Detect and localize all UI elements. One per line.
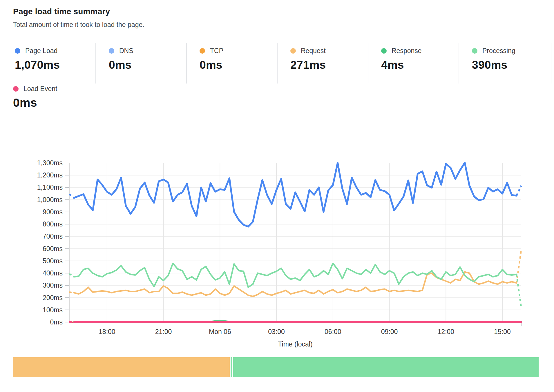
- svg-text:21:00: 21:00: [155, 328, 172, 335]
- metric-label: Request: [301, 47, 326, 55]
- metric-summary-item[interactable]: Response 4ms: [368, 43, 459, 84]
- metric-value: 1,070ms: [15, 59, 95, 71]
- status-segment-degraded[interactable]: [13, 357, 230, 377]
- svg-text:12:00: 12:00: [438, 328, 455, 335]
- svg-text:Mon 06: Mon 06: [209, 328, 231, 335]
- svg-text:03:00: 03:00: [268, 328, 285, 335]
- metric-summary-item[interactable]: DNS 0ms: [96, 43, 187, 84]
- legend-dot-icon: [381, 48, 387, 54]
- metric-value: 0ms: [200, 59, 277, 71]
- svg-text:06:00: 06:00: [325, 328, 341, 335]
- legend-dot-icon: [200, 48, 205, 54]
- svg-text:18:00: 18:00: [99, 328, 115, 335]
- metric-value: 0ms: [13, 96, 57, 110]
- metric-summary-row: Page Load 1,070ms DNS 0ms TCP 0ms Reques…: [13, 43, 551, 84]
- svg-text:600ms: 600ms: [43, 245, 63, 253]
- metric-value: 4ms: [381, 59, 459, 71]
- svg-text:300ms: 300ms: [43, 282, 63, 289]
- svg-text:700ms: 700ms: [43, 233, 63, 240]
- page-subtitle: Total amount of time it took to load the…: [13, 21, 144, 29]
- svg-text:1,100ms: 1,100ms: [37, 184, 63, 191]
- status-segment-passing[interactable]: [233, 357, 539, 377]
- svg-text:500ms: 500ms: [43, 257, 63, 265]
- svg-text:Time (local): Time (local): [278, 340, 312, 348]
- metric-value: 0ms: [109, 59, 186, 71]
- svg-text:0ms: 0ms: [50, 318, 63, 326]
- legend-dot-icon: [472, 48, 477, 54]
- svg-text:15:00: 15:00: [494, 328, 511, 335]
- metric-label: Processing: [482, 47, 515, 55]
- metric-label: Page Load: [25, 47, 57, 55]
- metric-summary-item[interactable]: Request 271ms: [278, 43, 368, 84]
- check-status-timeline-bar: [13, 357, 539, 377]
- metric-label: Load Event: [23, 85, 57, 93]
- svg-text:1,300ms: 1,300ms: [37, 159, 63, 167]
- metric-load-event[interactable]: Load Event 0ms: [13, 85, 57, 110]
- metric-value: 271ms: [290, 59, 368, 71]
- page-title: Page load time summary: [13, 7, 110, 16]
- metric-value: 390ms: [472, 59, 551, 71]
- svg-text:100ms: 100ms: [43, 306, 63, 314]
- svg-text:900ms: 900ms: [43, 208, 63, 216]
- legend-dot-icon: [109, 48, 114, 54]
- metric-label: Response: [392, 47, 422, 55]
- svg-text:800ms: 800ms: [43, 220, 63, 228]
- metric-summary-item[interactable]: Processing 390ms: [459, 43, 551, 84]
- legend-dot-icon: [15, 48, 20, 54]
- svg-text:400ms: 400ms: [43, 269, 63, 277]
- svg-text:200ms: 200ms: [43, 294, 63, 302]
- legend-dot-icon: [290, 48, 296, 54]
- svg-text:1,000ms: 1,000ms: [37, 196, 63, 204]
- metric-label: TCP: [210, 47, 223, 55]
- load-time-chart[interactable]: 0ms100ms200ms300ms400ms500ms600ms700ms80…: [0, 125, 554, 354]
- status-segment-passing[interactable]: [231, 357, 232, 377]
- svg-text:09:00: 09:00: [381, 328, 398, 335]
- metric-label: DNS: [119, 47, 133, 55]
- metric-summary-item[interactable]: Page Load 1,070ms: [13, 43, 96, 84]
- load-event-legend-dot-icon: [13, 86, 19, 92]
- svg-text:1,200ms: 1,200ms: [37, 171, 63, 179]
- metric-summary-item[interactable]: TCP 0ms: [187, 43, 278, 84]
